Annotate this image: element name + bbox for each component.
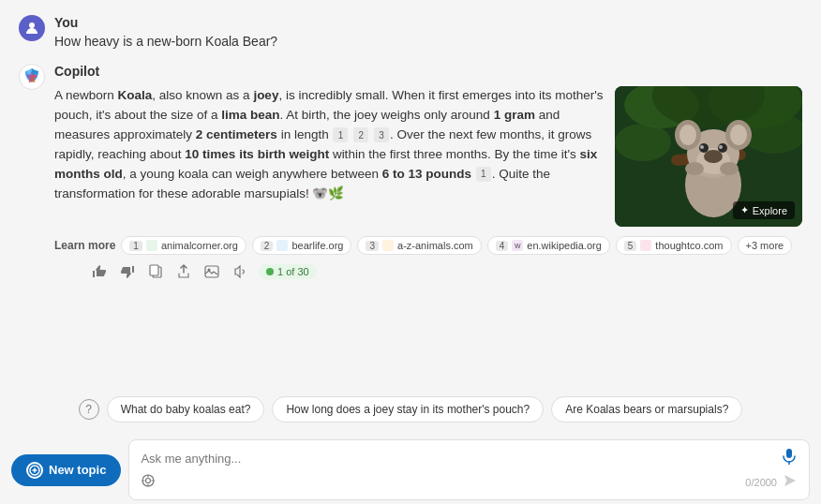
- source-4-icon: w: [512, 240, 523, 251]
- help-icon: ?: [79, 399, 99, 420]
- source-3-num: 3: [366, 241, 379, 251]
- svg-point-20: [700, 145, 704, 149]
- svg-point-22: [685, 162, 704, 175]
- user-name: You: [54, 15, 277, 30]
- suggestions-section: ? What do baby koalas eat? How long does…: [0, 387, 821, 432]
- copilot-logo-icon: [22, 67, 42, 87]
- more-sources-badge[interactable]: +3 more: [738, 236, 793, 255]
- svg-point-0: [29, 22, 35, 28]
- source-5[interactable]: 5 thoughtco.com: [616, 236, 732, 255]
- copilot-content: A newborn Koala, also known as a joey, i…: [54, 86, 802, 227]
- svg-rect-25: [150, 265, 158, 275]
- source-2[interactable]: 2 bearlife.org: [252, 236, 352, 255]
- explore-label[interactable]: ✦ Explore: [733, 201, 795, 219]
- user-avatar: [19, 15, 45, 41]
- source-1[interactable]: 1 animalcorner.org: [121, 236, 246, 255]
- source-5-num: 5: [624, 241, 637, 251]
- user-question: How heavy is a new-born Koala Bear?: [54, 34, 277, 49]
- export-icon[interactable]: [174, 262, 193, 281]
- citation-2[interactable]: 2: [353, 127, 368, 142]
- learn-more-section: Learn more 1 animalcorner.org 2 bearlife…: [54, 236, 802, 255]
- mic-icon[interactable]: [781, 448, 798, 469]
- source-4-num: 4: [496, 241, 509, 251]
- source-5-icon: [640, 240, 651, 251]
- citation-3[interactable]: 3: [374, 127, 389, 142]
- copilot-text-area: A newborn Koala, also known as a joey, i…: [54, 86, 604, 227]
- source-3-name: a-z-animals.com: [397, 240, 473, 251]
- source-2-name: bearlife.org: [291, 240, 343, 251]
- image-gen-icon[interactable]: [202, 262, 221, 281]
- source-1-name: animalcorner.org: [161, 240, 238, 251]
- input-bottom-row: 0/2000: [141, 473, 798, 492]
- explore-icon: ✦: [740, 204, 749, 216]
- svg-point-13: [679, 125, 696, 145]
- source-1-num: 1: [129, 241, 142, 251]
- bottom-bar: New topic: [0, 432, 821, 504]
- thumbs-up-icon[interactable]: [90, 262, 109, 281]
- char-count-text: 0/2000: [745, 477, 777, 488]
- new-topic-label: New topic: [49, 463, 106, 477]
- suggestion-chip-0[interactable]: What do baby koalas eat?: [107, 396, 265, 422]
- char-count: 0/2000: [745, 473, 798, 492]
- explore-text: Explore: [753, 205, 787, 216]
- source-4[interactable]: 4 w en.wikipedia.org: [487, 236, 610, 255]
- message-input[interactable]: [141, 452, 773, 466]
- suggestion-chip-2[interactable]: Are Koalas bears or marsupials?: [551, 396, 742, 422]
- svg-point-15: [730, 125, 747, 145]
- app-container: You How heavy is a new-born Koala Bear?: [0, 0, 821, 504]
- citation-1[interactable]: 1: [333, 127, 348, 142]
- source-3[interactable]: 3 a-z-animals.com: [357, 236, 481, 255]
- new-topic-icon: [26, 462, 43, 479]
- input-row: [141, 448, 798, 469]
- source-5-name: thoughtco.com: [655, 240, 723, 251]
- copilot-avatar: [19, 64, 45, 90]
- svg-point-21: [719, 145, 723, 149]
- copilot-name: Copilot: [54, 64, 802, 79]
- svg-point-32: [146, 479, 151, 483]
- citation-4[interactable]: 1: [476, 167, 491, 182]
- svg-point-17: [704, 150, 723, 163]
- copy-icon[interactable]: [146, 262, 165, 281]
- copilot-message: Copilot A newborn Koala, also known as a…: [19, 64, 802, 281]
- svg-point-6: [615, 124, 671, 161]
- send-icon[interactable]: [783, 473, 798, 492]
- copilot-body: A newborn Koala, also known as a joey, i…: [54, 86, 604, 204]
- source-2-num: 2: [261, 241, 274, 251]
- suggestion-chip-1[interactable]: How long does a joey stay in its mother'…: [272, 396, 544, 422]
- chat-area: You How heavy is a new-born Koala Bear?: [0, 0, 821, 387]
- svg-point-23: [720, 162, 739, 175]
- voice-dot: [266, 268, 274, 275]
- svg-rect-29: [786, 449, 792, 458]
- volume-icon[interactable]: [231, 262, 249, 281]
- new-topic-button[interactable]: New topic: [11, 454, 121, 486]
- source-3-icon: [382, 240, 394, 251]
- action-bar: 1 of 30: [54, 262, 802, 281]
- source-2-icon: [276, 240, 288, 251]
- koala-image-container: ✦ Explore: [615, 86, 802, 227]
- user-info: You How heavy is a new-born Koala Bear?: [54, 15, 277, 49]
- learn-more-label: Learn more: [54, 239, 115, 252]
- source-4-name: en.wikipedia.org: [527, 240, 602, 251]
- voice-count-badge: 1 of 30: [259, 264, 317, 279]
- voice-count-text: 1 of 30: [277, 266, 309, 277]
- input-box: 0/2000: [128, 439, 810, 500]
- source-1-icon: [146, 240, 157, 251]
- user-message: You How heavy is a new-born Koala Bear?: [19, 15, 802, 49]
- image-upload-icon[interactable]: [141, 473, 156, 492]
- thumbs-down-icon[interactable]: [118, 262, 137, 281]
